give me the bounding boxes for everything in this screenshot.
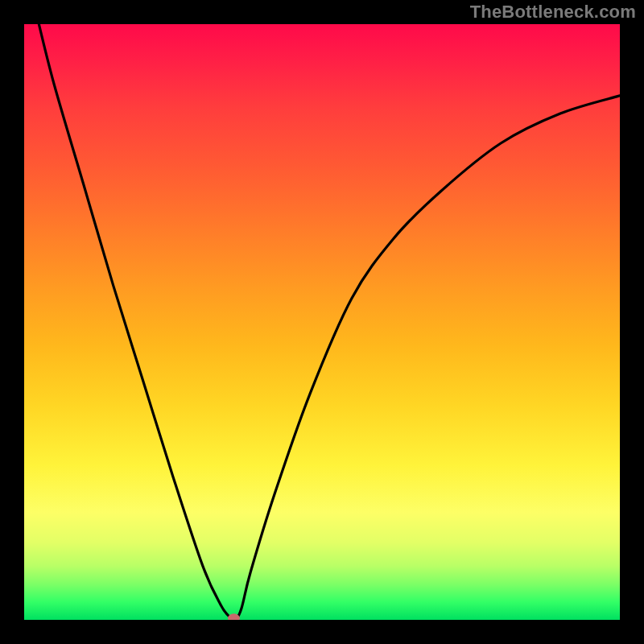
- curve-layer: [24, 24, 620, 620]
- minimum-marker: [228, 614, 239, 620]
- watermark-text: TheBottleneck.com: [470, 2, 636, 23]
- plot-area: [24, 24, 620, 620]
- chart-frame: TheBottleneck.com: [0, 0, 644, 644]
- bottleneck-curve: [36, 24, 620, 620]
